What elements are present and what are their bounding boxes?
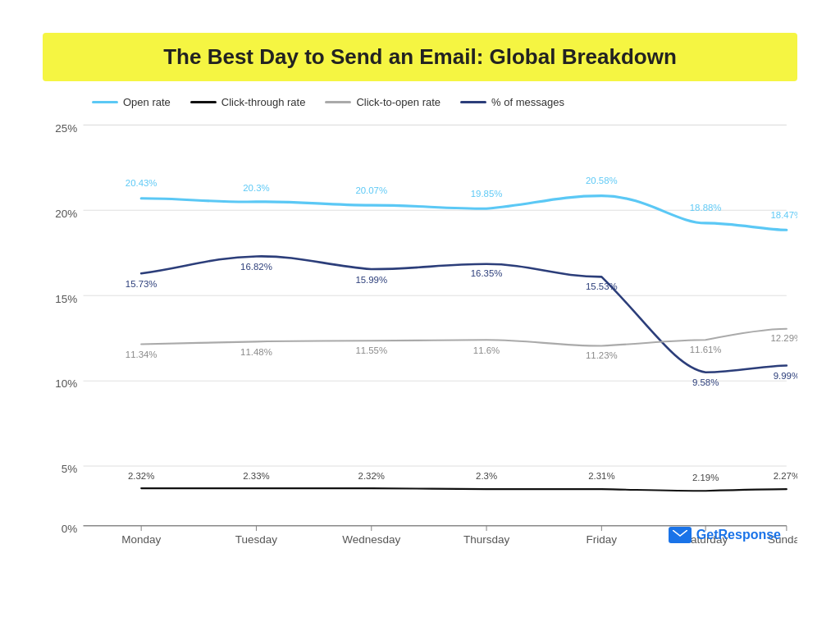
or-label-fri: 20.58% [586, 176, 618, 185]
pm-label-thu: 16.35% [471, 268, 503, 278]
x-label-tuesday: Tuesday [235, 533, 278, 546]
legend-line-ctor [325, 101, 351, 103]
legend-label-pct-messages: % of messages [491, 96, 564, 108]
or-label-wed: 20.07% [355, 185, 387, 195]
ctr-label-fri: 2.31% [588, 471, 614, 481]
ctor-label-fri: 11.23% [586, 350, 618, 360]
chart-container: The Best Day to Send an Email: Global Br… [26, 16, 814, 624]
legend-ctr: Click-through rate [190, 96, 306, 108]
legend-label-ctor: Click-to-open rate [356, 96, 441, 108]
legend-line-pct-messages [460, 101, 486, 103]
legend-line-ctr [190, 101, 217, 103]
pm-label-sat: 9.58% [692, 377, 719, 387]
open-rate-line [141, 196, 787, 231]
ctr-label-tue: 2.33% [243, 471, 269, 481]
or-label-mon: 20.43% [126, 178, 158, 188]
ctor-label-wed: 11.55% [355, 345, 387, 355]
legend-label-ctr: Click-through rate [221, 96, 306, 108]
y-label-5: 5% [62, 463, 78, 475]
chart-area: 25% 20% 15% 10% 5% 0% Monday Tuesday Wed… [43, 117, 797, 551]
pm-label-tue: 16.82% [240, 262, 272, 272]
legend-pct-messages: % of messages [460, 96, 564, 108]
x-label-friday: Friday [587, 533, 618, 546]
chart-svg: 25% 20% 15% 10% 5% 0% Monday Tuesday Wed… [43, 117, 797, 551]
or-label-thu: 19.85% [471, 189, 503, 199]
y-label-0: 0% [62, 523, 78, 535]
getresponse-text: GetResponse [696, 528, 781, 542]
legend-label-open-rate: Open rate [123, 96, 171, 108]
y-label-20: 20% [55, 208, 77, 220]
ctr-label-mon: 2.32% [128, 471, 154, 481]
getresponse-logo: GetResponse [669, 527, 781, 543]
legend-ctor: Click-to-open rate [325, 96, 441, 108]
chart-legend: Open rate Click-through rate Click-to-op… [43, 96, 797, 108]
legend-open-rate: Open rate [92, 96, 171, 108]
ctr-label-sun: 2.27% [774, 471, 797, 481]
pm-label-wed: 15.99% [355, 275, 387, 285]
or-label-sun: 18.47% [770, 210, 797, 220]
ctr-label-wed: 2.32% [358, 471, 385, 481]
y-label-15: 15% [55, 293, 77, 305]
ctor-label-sat: 11.61% [690, 345, 722, 354]
y-label-10: 10% [55, 377, 77, 390]
pm-label-sun: 9.99% [774, 371, 797, 381]
pm-label-fri: 15.53% [586, 281, 618, 291]
pct-messages-line [141, 256, 787, 372]
legend-line-open-rate [92, 101, 118, 103]
ctor-label-tue: 11.48% [240, 347, 272, 357]
x-label-thursday: Thursday [463, 533, 510, 546]
ctor-label-thu: 11.6% [473, 345, 500, 355]
ctor-line [141, 329, 787, 346]
getresponse-icon [669, 527, 692, 543]
ctor-label-sun: 12.29% [770, 333, 797, 343]
x-label-monday: Monday [121, 533, 161, 546]
ctor-label-mon: 11.34% [126, 350, 158, 359]
chart-title: The Best Day to Send an Email: Global Br… [59, 44, 781, 70]
chart-title-box: The Best Day to Send an Email: Global Br… [43, 33, 797, 81]
pm-label-mon: 15.73% [126, 279, 158, 289]
y-label-25: 25% [55, 122, 77, 135]
ctr-label-thu: 2.3% [476, 471, 497, 481]
or-label-tue: 20.3% [243, 183, 269, 193]
ctr-line [141, 488, 787, 491]
envelope-icon [673, 530, 687, 540]
x-label-wednesday: Wednesday [342, 533, 400, 546]
or-label-sat: 18.88% [690, 203, 722, 213]
ctr-label-sat: 2.19% [692, 473, 719, 482]
